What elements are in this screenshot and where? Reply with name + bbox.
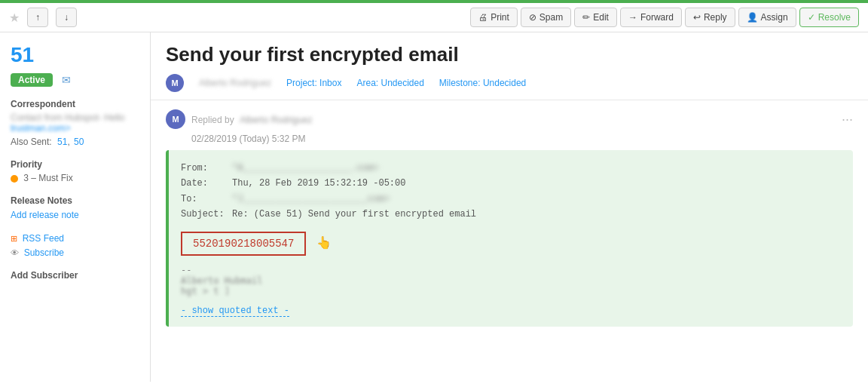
toolbar-left: ★ ↑ ↓	[9, 8, 77, 27]
star-icon[interactable]: ★	[9, 11, 20, 25]
case-avatar: M	[166, 74, 184, 92]
to-value: "J_______________________com>	[232, 192, 390, 207]
case-meta-milestone: Milestone: Undecided	[439, 78, 526, 88]
correspondent-email: trustman.com>	[11, 123, 139, 134]
case-meta-user: Alberto Rodriguez	[199, 78, 271, 88]
add-release-note-link[interactable]: Add release note	[11, 210, 79, 220]
project-label: Project:	[286, 78, 317, 88]
priority-section: Priority 3 – Must Fix	[11, 159, 139, 183]
toolbar-right: 🖨 Print ⊘ Spam ✏ Edit → Forward ↩ Reply …	[470, 8, 859, 27]
email-content-box: From: "A____________________.com> Date: …	[166, 150, 853, 327]
release-notes-label: Release Notes	[11, 195, 139, 206]
down-button[interactable]: ↓	[56, 8, 77, 27]
correspondent-email-value: trustman.com>	[11, 123, 71, 134]
also-sent: Also Sent: 51, 50	[11, 137, 139, 147]
subscribe-link[interactable]: Subscribe	[24, 247, 64, 258]
case-header: Send your first encrypted email M Albert…	[151, 32, 868, 100]
date-value: Thu, 28 Feb 2019 15:32:19 -05:00	[232, 176, 405, 191]
spam-label: Spam	[539, 12, 563, 23]
up-button[interactable]: ↑	[27, 8, 48, 27]
spam-button[interactable]: ⊘ Spam	[521, 8, 571, 27]
message-avatar: M	[166, 109, 185, 129]
eye-icon: 👁	[11, 248, 19, 257]
subject-label: Subject:	[181, 207, 226, 222]
forward-button[interactable]: → Forward	[620, 8, 682, 27]
more-options-icon[interactable]: ···	[842, 112, 853, 127]
correspondent-name-blurred: Contact from Hubspot- Hello	[11, 112, 124, 123]
release-notes-section: Release Notes Add release note	[11, 195, 139, 220]
down-icon: ↓	[64, 12, 69, 23]
assign-button[interactable]: 👤 Assign	[738, 8, 796, 27]
forward-icon: →	[628, 12, 637, 23]
rss-feed-link[interactable]: RSS Feed	[23, 233, 64, 244]
message-header: M Replied by Alberto Rodriguez ···	[166, 109, 853, 129]
show-quoted-link[interactable]: - show quoted text -	[181, 306, 289, 317]
email-body: 5520190218005547 👆	[181, 232, 841, 256]
main-layout: 51 Active ✉ Correspondent Contact from H…	[0, 32, 868, 382]
correspondent-section: Correspondent Contact from Hubspot- Hell…	[11, 99, 139, 147]
resolve-label: Resolve	[818, 12, 851, 23]
rss-icon: ⊞	[11, 234, 17, 243]
tracking-number-link[interactable]: 5520190218005547	[181, 232, 306, 256]
correspondent-label: Correspondent	[11, 99, 139, 109]
add-subscriber-label: Add Subscriber	[11, 270, 139, 281]
replied-by-user: Alberto Rodriguez	[240, 115, 312, 125]
area-value[interactable]: Undecided	[381, 78, 423, 88]
toolbar: ★ ↑ ↓ 🖨 Print ⊘ Spam ✏ Edit → Forward ↩ …	[0, 3, 868, 32]
resolve-button[interactable]: ✓ Resolve	[799, 8, 859, 27]
correspondent-name: Contact from Hubspot- Hello	[11, 112, 139, 123]
date-label: Date:	[181, 176, 226, 191]
forward-label: Forward	[640, 12, 674, 23]
milestone-value[interactable]: Undecided	[483, 78, 526, 88]
from-value: "A____________________.com>	[232, 161, 378, 176]
from-label: From:	[181, 161, 226, 176]
print-button[interactable]: 🖨 Print	[470, 8, 518, 27]
replied-by: Replied by Alberto Rodriguez	[191, 114, 312, 125]
message-header-left: M Replied by Alberto Rodriguez	[166, 109, 312, 129]
edit-label: Edit	[593, 12, 609, 23]
to-row: To: "J_______________________com>	[181, 192, 841, 207]
add-subscriber-section: Add Subscriber	[11, 270, 139, 281]
rss-section: ⊞ RSS Feed 👁 Subscribe	[11, 232, 139, 258]
case-meta-project: Project: Inbox	[286, 78, 341, 88]
to-label: To:	[181, 192, 226, 207]
assign-label: Assign	[761, 12, 788, 23]
email-icon: ✉	[62, 74, 71, 86]
case-title: Send your first encrypted email	[166, 43, 853, 66]
priority-value: 3 – Must Fix	[11, 173, 139, 183]
date-row: Date: Thu, 28 Feb 2019 15:32:19 -05:00	[181, 176, 841, 191]
also-sent-51[interactable]: 51	[57, 137, 67, 147]
edit-icon: ✏	[582, 12, 590, 23]
sig-line1: Alberto Hubmail	[181, 275, 841, 286]
case-number: 51	[11, 43, 139, 67]
subject-row: Subject: Re: (Case 51) Send your first e…	[181, 207, 841, 222]
show-quoted-container: - show quoted text -	[181, 306, 841, 316]
sig-line2: hgt > t ]	[181, 286, 841, 296]
replied-by-label: Replied by	[191, 115, 234, 125]
also-sent-50[interactable]: 50	[74, 137, 84, 147]
area-label: Area:	[356, 78, 378, 88]
content-area: Send your first encrypted email M Albert…	[151, 32, 868, 382]
message-timestamp: 02/28/2019 (Today) 5:32 PM	[191, 134, 853, 144]
resolve-icon: ✓	[808, 12, 815, 23]
case-meta-area: Area: Undecided	[356, 78, 423, 88]
email-signature: -- Alberto Hubmail hgt > t ]	[181, 265, 841, 296]
also-sent-label: Also Sent:	[11, 137, 52, 147]
separator: --	[181, 265, 841, 275]
email-headers: From: "A____________________.com> Date: …	[181, 161, 841, 223]
message-container: M Replied by Alberto Rodriguez ··· 02/28…	[151, 100, 868, 336]
reply-icon: ↩	[693, 12, 701, 23]
print-label: Print	[491, 12, 509, 23]
assign-icon: 👤	[747, 12, 758, 23]
edit-button[interactable]: ✏ Edit	[574, 8, 617, 27]
milestone-label: Milestone:	[439, 78, 481, 88]
cursor-hand-icon: 👆	[316, 237, 332, 250]
from-row: From: "A____________________.com>	[181, 161, 841, 176]
case-meta: M Alberto Rodriguez Project: Inbox Area:…	[166, 74, 853, 92]
priority-dot	[11, 175, 18, 183]
reply-button[interactable]: ↩ Reply	[685, 8, 735, 27]
status-badge: Active	[11, 73, 53, 87]
reply-label: Reply	[704, 12, 727, 23]
up-icon: ↑	[35, 12, 40, 23]
project-value[interactable]: Inbox	[319, 78, 341, 88]
